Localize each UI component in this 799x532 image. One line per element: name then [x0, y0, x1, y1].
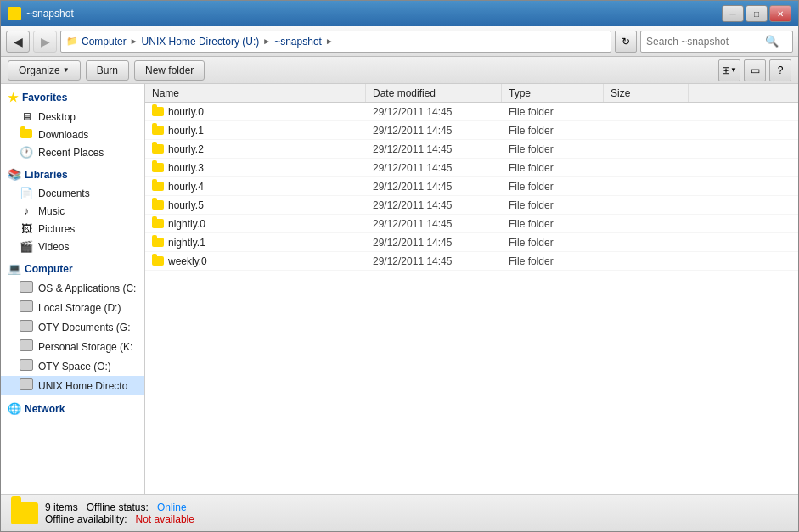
sidebar-item-os[interactable]: OS & Applications (C:: [1, 278, 144, 298]
search-box[interactable]: 🔍: [640, 31, 793, 53]
sidebar-item-recent[interactable]: 🕐 Recent Places: [1, 143, 144, 161]
oty-space-drive-icon: [20, 359, 33, 373]
new-folder-label: New folder: [145, 64, 194, 76]
downloads-folder-icon: [20, 128, 33, 141]
file-cell-date: 29/12/2011 14:45: [366, 181, 502, 193]
maximize-button[interactable]: □: [746, 5, 768, 22]
burn-button[interactable]: Burn: [86, 60, 129, 81]
view-arrow-icon: ▼: [730, 66, 737, 74]
offline-status-label: Offline status:: [87, 501, 149, 513]
sidebar-item-oty-space[interactable]: OTY Space (O:): [1, 356, 144, 376]
table-row[interactable]: hourly.0 29/12/2011 14:45 File folder: [145, 103, 798, 121]
file-cell-date: 29/12/2011 14:45: [366, 125, 502, 137]
file-name: hourly.3: [168, 162, 204, 174]
table-row[interactable]: hourly.4 29/12/2011 14:45 File folder: [145, 177, 798, 196]
organize-label: Organize: [19, 64, 60, 76]
music-icon: ♪: [20, 204, 33, 217]
column-type-header[interactable]: Type: [502, 84, 604, 102]
sidebar-item-desktop[interactable]: 🖥 Desktop: [1, 108, 144, 126]
sidebar-unix-home-label: UNIX Home Directo: [38, 380, 127, 392]
refresh-button[interactable]: ↻: [615, 31, 637, 53]
new-folder-button[interactable]: New folder: [134, 60, 205, 81]
sidebar-local-label: Local Storage (D:): [38, 302, 121, 314]
column-name-header[interactable]: Name: [145, 84, 366, 102]
sidebar-oty-docs-label: OTY Documents (G:: [38, 322, 130, 333]
view-options-button[interactable]: ⊞ ▼: [718, 59, 740, 81]
forward-button[interactable]: ▶: [33, 31, 57, 53]
sidebar-network-section: 🌐 Network: [1, 399, 144, 418]
breadcrumb-unix[interactable]: UNIX Home Directory (U:): [142, 36, 260, 48]
unix-home-drive-icon: [20, 378, 33, 393]
file-cell-type: File folder: [502, 237, 604, 249]
table-row[interactable]: hourly.3 29/12/2011 14:45 File folder: [145, 159, 798, 177]
sidebar-item-personal[interactable]: Personal Storage (K:: [1, 337, 144, 356]
column-size-header[interactable]: Size: [604, 84, 689, 102]
sidebar-libraries-label: Libraries: [25, 169, 68, 181]
file-cell-date: 29/12/2011 14:45: [366, 199, 502, 211]
sidebar-documents-label: Documents: [38, 188, 90, 199]
file-name: nightly.0: [168, 218, 205, 230]
table-row[interactable]: weekly.0 29/12/2011 14:45 File folder: [145, 252, 798, 271]
file-cell-date: 29/12/2011 14:45: [366, 218, 502, 230]
minimize-button[interactable]: ─: [722, 5, 744, 22]
file-cell-date: 29/12/2011 14:45: [366, 162, 502, 174]
table-row[interactable]: hourly.1 29/12/2011 14:45 File folder: [145, 121, 798, 140]
star-icon: ★: [8, 91, 19, 104]
toolbar-right: ⊞ ▼ ▭ ?: [718, 59, 791, 81]
file-cell-date: 29/12/2011 14:45: [366, 143, 502, 155]
status-folder-icon: [11, 502, 38, 524]
close-button[interactable]: ✕: [769, 5, 791, 22]
table-row[interactable]: nightly.1 29/12/2011 14:45 File folder: [145, 233, 798, 252]
sidebar-libraries-header[interactable]: 📚 Libraries: [1, 165, 144, 184]
column-header: Name Date modified Type Size: [145, 84, 798, 103]
status-text: 9 items Offline status: Online Offline a…: [45, 501, 194, 525]
sidebar-item-oty-docs[interactable]: OTY Documents (G:: [1, 317, 144, 337]
file-cell-name: nightly.0: [145, 218, 366, 230]
breadcrumb-snapshot[interactable]: ~snapshot: [274, 36, 322, 48]
sidebar-favorites-header[interactable]: ★ Favorites: [1, 87, 144, 108]
file-folder-icon: [152, 219, 164, 228]
file-list: Name Date modified Type Size hourly.0 29…: [145, 84, 798, 494]
file-name: hourly.2: [168, 143, 204, 155]
desktop-icon: 🖥: [20, 110, 33, 123]
file-cell-date: 29/12/2011 14:45: [366, 106, 502, 118]
title-bar: ~snapshot ─ □ ✕: [1, 1, 798, 26]
sidebar-favorites-section: ★ Favorites 🖥 Desktop Downloads 🕐 Recent…: [1, 87, 144, 161]
title-bar-left: ~snapshot: [8, 7, 74, 20]
file-folder-icon: [152, 144, 164, 154]
table-row[interactable]: hourly.5 29/12/2011 14:45 File folder: [145, 196, 798, 215]
file-name: hourly.4: [168, 181, 204, 193]
table-row[interactable]: nightly.0 29/12/2011 14:45 File folder: [145, 215, 798, 233]
network-icon: 🌐: [8, 402, 21, 415]
search-icon[interactable]: 🔍: [765, 35, 779, 48]
help-icon: ?: [778, 64, 784, 76]
sidebar-computer-section: 💻 Computer OS & Applications (C: Local S…: [1, 259, 144, 395]
sidebar-item-unix-home[interactable]: UNIX Home Directo: [1, 376, 144, 395]
preview-pane-button[interactable]: ▭: [744, 59, 766, 81]
sidebar-item-music[interactable]: ♪ Music: [1, 202, 144, 220]
file-rows-container: hourly.0 29/12/2011 14:45 File folder ho…: [145, 103, 798, 271]
sidebar-item-pictures[interactable]: 🖼 Pictures: [1, 220, 144, 238]
sidebar-item-downloads[interactable]: Downloads: [1, 126, 144, 143]
table-row[interactable]: hourly.2 29/12/2011 14:45 File folder: [145, 140, 798, 159]
organize-button[interactable]: Organize ▼: [8, 60, 81, 81]
back-button[interactable]: ◀: [6, 31, 30, 53]
sidebar-computer-header[interactable]: 💻 Computer: [1, 259, 144, 278]
view-icon: ⊞: [722, 64, 730, 76]
breadcrumb-sep-2: ►: [262, 36, 271, 46]
file-folder-icon: [152, 163, 164, 172]
file-cell-name: hourly.5: [145, 199, 366, 211]
breadcrumb-computer[interactable]: Computer: [82, 36, 127, 48]
sidebar-item-local[interactable]: Local Storage (D:): [1, 298, 144, 317]
file-cell-name: weekly.0: [145, 255, 366, 267]
sidebar-network-header[interactable]: 🌐 Network: [1, 399, 144, 418]
sidebar-item-videos[interactable]: 🎬 Videos: [1, 238, 144, 255]
search-input[interactable]: [646, 36, 765, 48]
documents-icon: 📄: [20, 187, 33, 199]
sidebar-item-documents[interactable]: 📄 Documents: [1, 184, 144, 202]
status-offline-availability: Offline availability: Not available: [45, 513, 194, 525]
sidebar-oty-space-label: OTY Space (O:): [38, 361, 111, 372]
column-date-header[interactable]: Date modified: [366, 84, 502, 102]
help-button[interactable]: ?: [769, 59, 791, 81]
address-bar[interactable]: 📁 Computer ► UNIX Home Directory (U:) ► …: [60, 31, 611, 53]
